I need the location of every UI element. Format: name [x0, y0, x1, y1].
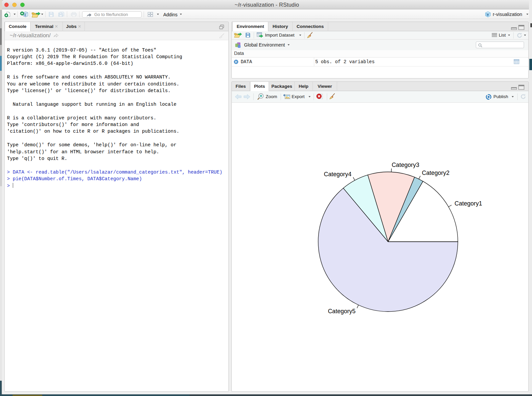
svg-text:Category1: Category1: [455, 200, 482, 207]
svg-text:Category2: Category2: [422, 170, 450, 176]
svg-text:Category4: Category4: [324, 171, 351, 178]
svg-text:Category3: Category3: [392, 162, 419, 168]
svg-text:R: R: [487, 13, 489, 16]
svg-text:Category5: Category5: [328, 308, 355, 315]
svg-text:R: R: [24, 13, 26, 17]
